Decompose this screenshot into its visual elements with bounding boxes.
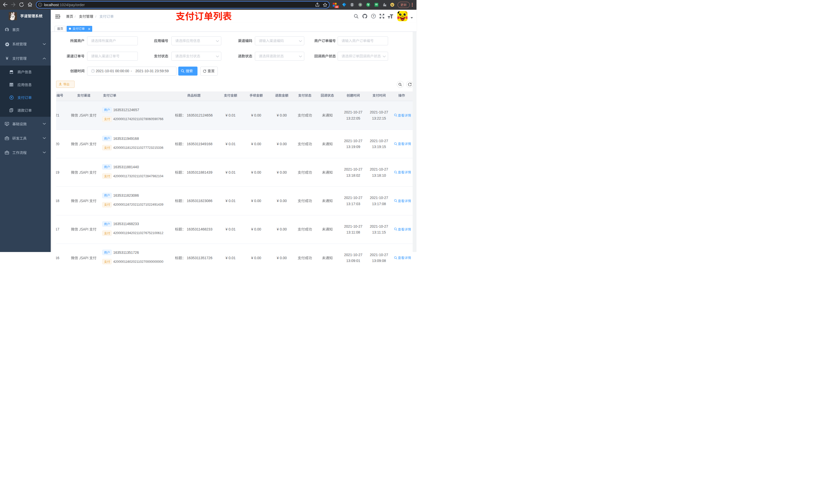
svg-text:?: ? [373, 15, 374, 18]
